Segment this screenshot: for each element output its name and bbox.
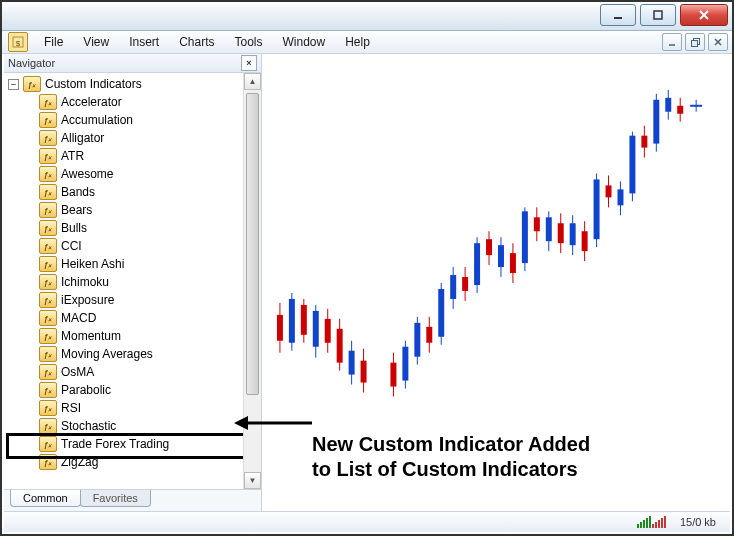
- tree-node-label: Ichimoku: [61, 275, 109, 289]
- svg-rect-20: [325, 319, 331, 343]
- navigator-tree[interactable]: − Custom Indicators AcceleratorAccumulat…: [4, 73, 244, 489]
- indicator-fx-icon: [39, 364, 57, 380]
- tree-node-indicator[interactable]: Awesome: [24, 165, 244, 183]
- svg-rect-22: [337, 329, 343, 363]
- window-controls: [600, 4, 728, 26]
- tree-node-indicator[interactable]: MACD: [24, 309, 244, 327]
- tree-node-label: Custom Indicators: [45, 77, 142, 91]
- tree-node-indicator[interactable]: Bears: [24, 201, 244, 219]
- svg-rect-32: [414, 323, 420, 357]
- svg-rect-54: [546, 217, 552, 241]
- tree-node-label: Accumulation: [61, 113, 133, 127]
- svg-rect-24: [349, 351, 355, 375]
- svg-rect-42: [474, 243, 480, 285]
- annotation-text: New Custom Indicator Added to List of Cu…: [312, 432, 590, 482]
- tree-node-indicator[interactable]: OsMA: [24, 363, 244, 381]
- indicator-fx-icon: [39, 238, 57, 254]
- navigator-tabs: Common Favorites: [4, 489, 261, 512]
- tab-common[interactable]: Common: [10, 490, 81, 507]
- maximize-button[interactable]: [640, 4, 676, 26]
- indicator-fx-icon: [39, 436, 57, 452]
- tree-node-root[interactable]: − Custom Indicators: [8, 75, 244, 93]
- mdi-controls: [659, 33, 728, 51]
- tab-favorites[interactable]: Favorites: [80, 490, 151, 507]
- svg-rect-1: [654, 11, 662, 19]
- svg-rect-44: [486, 239, 492, 255]
- svg-rect-70: [641, 136, 647, 148]
- menu-charts[interactable]: Charts: [169, 33, 224, 51]
- expander-icon[interactable]: −: [8, 79, 19, 90]
- svg-rect-26: [361, 361, 367, 383]
- tree-node-indicator[interactable]: CCI: [24, 237, 244, 255]
- tree-node-indicator[interactable]: Momentum: [24, 327, 244, 345]
- svg-rect-38: [450, 275, 456, 299]
- mdi-close-button[interactable]: [708, 33, 728, 51]
- scroll-up-button[interactable]: ▲: [244, 73, 261, 90]
- indicator-fx-icon: [39, 220, 57, 236]
- close-button[interactable]: [680, 4, 728, 26]
- connection-bars-icon: [637, 516, 666, 528]
- menu-insert[interactable]: Insert: [119, 33, 169, 51]
- tree-node-indicator[interactable]: Heiken Ashi: [24, 255, 244, 273]
- scroll-down-button[interactable]: ▼: [244, 472, 261, 489]
- tree-node-label: Accelerator: [61, 95, 122, 109]
- svg-rect-18: [313, 311, 319, 347]
- svg-rect-74: [665, 98, 671, 112]
- scroll-thumb[interactable]: [246, 93, 259, 395]
- tree-node-indicator[interactable]: Bands: [24, 183, 244, 201]
- indicator-fx-icon: [39, 274, 57, 290]
- tree-node-indicator[interactable]: Moving Averages: [24, 345, 244, 363]
- client-area: Navigator × − Custom Indicators Accelera…: [4, 54, 730, 512]
- annotation-line-1: New Custom Indicator Added: [312, 432, 590, 457]
- tree-node-label: ATR: [61, 149, 84, 163]
- tree-node-indicator[interactable]: Bulls: [24, 219, 244, 237]
- svg-rect-36: [438, 289, 444, 337]
- statusbar: 15/0 kb: [4, 511, 730, 532]
- menu-window[interactable]: Window: [273, 33, 336, 51]
- tree-node-label: Moving Averages: [61, 347, 153, 361]
- tree-node-indicator[interactable]: iExposure: [24, 291, 244, 309]
- svg-rect-40: [462, 277, 468, 291]
- tree-node-label: Stochastic: [61, 419, 116, 433]
- svg-rect-14: [289, 299, 295, 343]
- tree-node-indicator[interactable]: ZigZag: [24, 453, 244, 471]
- navigator-close-button[interactable]: ×: [241, 55, 257, 71]
- tree-node-label: Trade Forex Trading: [61, 437, 169, 451]
- tree-node-indicator[interactable]: Alligator: [24, 129, 244, 147]
- svg-rect-12: [277, 315, 283, 341]
- tree-node-indicator[interactable]: Accelerator: [24, 93, 244, 111]
- menu-view[interactable]: View: [73, 33, 119, 51]
- indicator-fx-icon: [39, 256, 57, 272]
- app-icon: $: [8, 32, 28, 52]
- tree-node-indicator[interactable]: ATR: [24, 147, 244, 165]
- minimize-button[interactable]: [600, 4, 636, 26]
- tree-node-label: Bulls: [61, 221, 87, 235]
- tree-node-label: MACD: [61, 311, 96, 325]
- svg-rect-48: [510, 253, 516, 273]
- svg-rect-66: [617, 189, 623, 205]
- menu-help[interactable]: Help: [335, 33, 380, 51]
- menu-tools[interactable]: Tools: [225, 33, 273, 51]
- tree-node-label: CCI: [61, 239, 82, 253]
- tree-node-indicator[interactable]: Parabolic: [24, 381, 244, 399]
- svg-rect-34: [426, 327, 432, 343]
- chart-area[interactable]: New Custom Indicator Added to List of Cu…: [262, 54, 730, 512]
- tree-node-indicator[interactable]: RSI: [24, 399, 244, 417]
- tree-node-indicator[interactable]: Accumulation: [24, 111, 244, 129]
- tree-node-label: Awesome: [61, 167, 113, 181]
- annotation-arrow: [234, 408, 314, 438]
- indicator-fx-icon: [39, 94, 57, 110]
- indicator-fx-icon: [39, 400, 57, 416]
- tree-node-indicator[interactable]: Trade Forex Trading: [24, 435, 244, 453]
- indicator-fx-icon: [39, 202, 57, 218]
- tree-node-indicator[interactable]: Stochastic: [24, 417, 244, 435]
- indicator-fx-icon: [39, 148, 57, 164]
- svg-rect-56: [558, 223, 564, 243]
- mdi-restore-button[interactable]: [685, 33, 705, 51]
- tree-node-indicator[interactable]: Ichimoku: [24, 273, 244, 291]
- indicator-fx-icon: [39, 184, 57, 200]
- svg-rect-52: [534, 217, 540, 231]
- menu-file[interactable]: File: [34, 33, 73, 51]
- mdi-minimize-button[interactable]: [662, 33, 682, 51]
- svg-text:$: $: [16, 39, 21, 48]
